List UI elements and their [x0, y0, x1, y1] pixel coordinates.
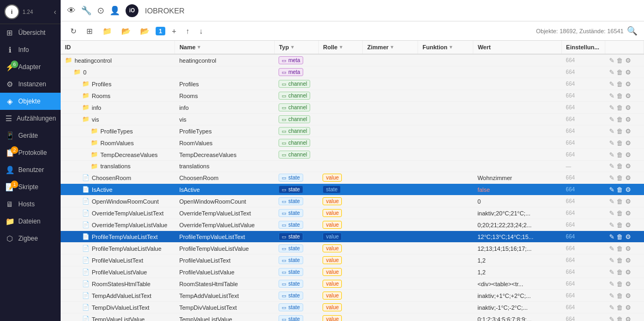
delete-icon[interactable]: 🗑 [617, 245, 623, 252]
gear-icon[interactable]: ⚙ [625, 80, 631, 88]
table-row[interactable]: 📄RoomStatesHtmlTableRoomStatesHtmlTable▭… [61, 278, 644, 290]
sidebar-item-benutzer[interactable]: 👤 Benutzer [0, 161, 61, 178]
table-row[interactable]: 📄TempDivValueListTextTempDivValueListTex… [61, 302, 644, 313]
table-row[interactable]: 📁RoomsRooms▭ channel664✎🗑⚙ [61, 90, 644, 102]
delete-icon[interactable]: 🗑 [617, 80, 623, 88]
delete-icon[interactable]: 🗑 [617, 151, 623, 159]
table-row[interactable]: 📁translationstranslations—✎🗑⚙ [61, 161, 644, 172]
gear-icon[interactable]: ⚙ [625, 245, 631, 252]
table-row[interactable]: 📄OpenWindowRoomCountOpenWindowRoomCount▭… [61, 196, 644, 207]
gear-icon[interactable]: ⚙ [625, 233, 631, 241]
edit-icon[interactable]: ✎ [609, 116, 614, 123]
delete-icon[interactable]: 🗑 [617, 92, 623, 100]
edit-icon[interactable]: ✎ [609, 69, 614, 76]
delete-icon[interactable]: 🗑 [617, 292, 623, 300]
sidebar-item-aufzahlungen[interactable]: ☰ Aufzählungen [0, 110, 61, 127]
table-row[interactable]: 📄TempValueListValueTempValueListValue▭ s… [61, 313, 644, 322]
edit-icon[interactable]: ✎ [609, 280, 614, 288]
gear-icon[interactable]: ⚙ [625, 128, 631, 135]
gear-icon[interactable]: ⚙ [625, 162, 631, 170]
delete-icon[interactable]: 🗑 [617, 233, 623, 241]
edit-icon[interactable]: ✎ [609, 257, 614, 264]
add-button[interactable]: + [169, 25, 179, 37]
gear-icon[interactable]: ⚙ [625, 151, 631, 159]
table-row[interactable]: 📁infoinfo▭ channel664✎🗑⚙ [61, 102, 644, 114]
gear-icon[interactable]: ⚙ [625, 316, 631, 322]
sidebar-item-skripte[interactable]: 📝 Skripte 1 [0, 178, 61, 196]
gear-icon[interactable]: ⚙ [625, 198, 631, 205]
delete-icon[interactable]: 🗑 [617, 139, 623, 147]
user-icon[interactable]: 👤 [109, 5, 120, 16]
table-row[interactable]: 📄ProfileValueListValueProfileValueListVa… [61, 266, 644, 278]
table-row[interactable]: 📄OverrideTempValueListTextOverrideTempVa… [61, 207, 644, 219]
sidebar-item-adapter[interactable]: ⚡ Adapter 6 [0, 58, 61, 76]
settings-icon[interactable]: ⊙ [97, 5, 104, 16]
sidebar-item-dateien[interactable]: 📁 Dateien [0, 213, 61, 230]
sidebar-item-instanzen[interactable]: ⚙ Instanzen [0, 76, 61, 93]
sidebar-collapse-icon[interactable]: ‹ [54, 8, 56, 16]
sidebar-item-objekte[interactable]: ◈ Objekte [0, 93, 61, 110]
delete-icon[interactable]: 🗑 [617, 69, 623, 76]
delete-icon[interactable]: 🗑 [617, 174, 623, 182]
gear-icon[interactable]: ⚙ [625, 116, 631, 123]
sidebar-item-zigbee[interactable]: ⬡ Zigbee [0, 230, 61, 247]
edit-icon[interactable]: ✎ [609, 210, 614, 217]
table-row[interactable]: 📁heatingcontrolheatingcontrol▭ meta664✎🗑… [61, 54, 644, 66]
edit-icon[interactable]: ✎ [609, 268, 614, 276]
table-row[interactable]: 📁visvis▭ channel664✎🗑⚙ [61, 114, 644, 125]
edit-icon[interactable]: ✎ [609, 80, 614, 88]
delete-icon[interactable]: 🗑 [617, 57, 623, 64]
table-row[interactable]: 📁ProfileTypesProfileTypes▭ channel664✎🗑⚙ [61, 125, 644, 137]
edit-icon[interactable]: ✎ [609, 233, 614, 241]
gear-icon[interactable]: ⚙ [625, 104, 631, 111]
edit-icon[interactable]: ✎ [609, 245, 614, 252]
gear-icon[interactable]: ⚙ [625, 210, 631, 217]
table-row[interactable]: 📁TempDecreaseValuesTempDecreaseValues▭ c… [61, 149, 644, 161]
edit-icon[interactable]: ✎ [609, 151, 614, 159]
table-row[interactable]: 📁RoomValuesRoomValues▭ channel664✎🗑⚙ [61, 137, 644, 149]
folder-open-button[interactable]: 📂 [118, 25, 134, 37]
edit-icon[interactable]: ✎ [609, 128, 614, 135]
edit-icon[interactable]: ✎ [609, 304, 614, 311]
table-row[interactable]: 📄ProfileTempValueListValueProfileTempVal… [61, 243, 644, 255]
edit-icon[interactable]: ✎ [609, 139, 614, 147]
delete-icon[interactable]: 🗑 [617, 316, 623, 322]
edit-icon[interactable]: ✎ [609, 221, 614, 229]
table-row[interactable]: 📄IsActiveIsActive▭ statestatefalse664✎🗑⚙ [61, 184, 644, 196]
sidebar-item-info[interactable]: ℹ Info [0, 41, 61, 58]
gear-icon[interactable]: ⚙ [625, 280, 631, 288]
edit-icon[interactable]: ✎ [609, 104, 614, 111]
edit-icon[interactable]: ✎ [609, 316, 614, 322]
delete-icon[interactable]: 🗑 [617, 257, 623, 264]
sidebar-item-gerate[interactable]: 📱 Geräte [0, 127, 61, 144]
table-row[interactable]: 📁ProfilesProfiles▭ channel664✎🗑⚙ [61, 78, 644, 90]
gear-icon[interactable]: ⚙ [625, 174, 631, 182]
edit-icon[interactable]: ✎ [609, 198, 614, 205]
sidebar-item-ubersicht[interactable]: ⊞ Übersicht [0, 24, 61, 41]
table-row[interactable]: 📄TempAddValueListTextTempAddValueListTex… [61, 290, 644, 302]
table-row[interactable]: 📁0▭ meta664✎🗑⚙ [61, 66, 644, 78]
edit-icon[interactable]: ✎ [609, 174, 614, 182]
delete-icon[interactable]: 🗑 [617, 210, 623, 217]
folder-button[interactable]: 📁 [99, 25, 115, 37]
table-row[interactable]: 📄OverrideTempValueListValueOverrideTempV… [61, 219, 644, 231]
table-row[interactable]: 📄ProfileValueListTextProfileValueListTex… [61, 255, 644, 266]
delete-icon[interactable]: 🗑 [617, 268, 623, 276]
download-button[interactable]: ↓ [196, 25, 206, 37]
delete-icon[interactable]: 🗑 [617, 198, 623, 205]
gear-icon[interactable]: ⚙ [625, 69, 631, 76]
gear-icon[interactable]: ⚙ [625, 139, 631, 147]
sidebar-item-hosts[interactable]: 🖥 Hosts [0, 196, 61, 213]
gear-icon[interactable]: ⚙ [625, 57, 631, 64]
edit-icon[interactable]: ✎ [609, 162, 614, 170]
count-button[interactable]: 1 [156, 27, 165, 35]
gear-icon[interactable]: ⚙ [625, 221, 631, 229]
view-toggle-button[interactable]: ⊞ [83, 25, 96, 37]
folder-add-button[interactable]: 📂 [137, 25, 152, 37]
upload-button[interactable]: ↑ [182, 25, 193, 37]
gear-icon[interactable]: ⚙ [625, 257, 631, 264]
sidebar-item-protokolle[interactable]: 📋 Protokolle 2 [0, 144, 61, 161]
refresh-button[interactable]: ↻ [67, 25, 80, 37]
edit-icon[interactable]: ✎ [609, 292, 614, 300]
delete-icon[interactable]: 🗑 [617, 162, 623, 170]
